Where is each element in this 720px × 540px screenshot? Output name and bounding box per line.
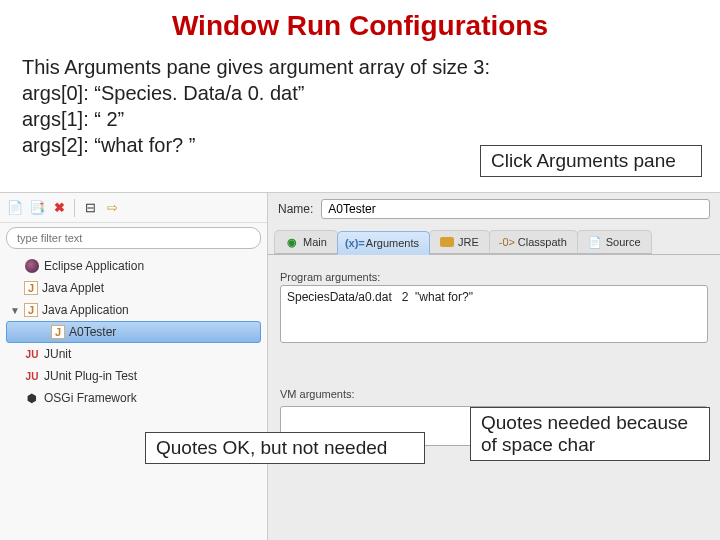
tree-item-junit-plugin[interactable]: JU JUnit Plug-in Test: [4, 365, 263, 387]
new-config-icon[interactable]: 📄: [6, 199, 24, 217]
config-tree: Eclipse Application J Java Applet ▼ J Ja…: [4, 255, 263, 409]
jre-tab-icon: [440, 235, 454, 249]
collapse-all-icon[interactable]: ⊟: [81, 199, 99, 217]
junit-plugin-icon: JU: [24, 368, 40, 384]
classpath-tab-icon: -0>: [500, 235, 514, 249]
osgi-icon: ⬢: [24, 390, 40, 406]
right-pane: Name: ◉ Main (x)= Arguments JRE -0> Clas…: [268, 193, 720, 540]
java-applet-icon: J: [24, 281, 38, 295]
junit-icon: JU: [24, 346, 40, 362]
program-args-input[interactable]: [280, 285, 708, 343]
tab-classpath[interactable]: -0> Classpath: [489, 230, 578, 254]
link-icon[interactable]: ⇨: [103, 199, 121, 217]
duplicate-config-icon[interactable]: 📑: [28, 199, 46, 217]
tab-label: Main: [303, 236, 327, 248]
intro-block: This Arguments pane gives argument array…: [22, 54, 720, 158]
name-label: Name:: [278, 202, 313, 216]
callout-quotes-needed: Quotes needed because of space char: [470, 407, 710, 461]
tree-label: Java Application: [42, 303, 129, 317]
tree-item-java-application[interactable]: ▼ J Java Application: [4, 299, 263, 321]
callout-quotes-ok: Quotes OK, but not needed: [145, 432, 425, 464]
run-config-dialog: 📄 📑 ✖ ⊟ ⇨ Eclipse Application J Java App…: [0, 192, 720, 540]
tab-arguments[interactable]: (x)= Arguments: [337, 231, 430, 255]
filter-box: [6, 227, 261, 249]
tab-main[interactable]: ◉ Main: [274, 230, 338, 254]
tab-jre[interactable]: JRE: [429, 230, 490, 254]
intro-line: args[1]: “ 2”: [22, 106, 720, 132]
tree-item-java-applet[interactable]: J Java Applet: [4, 277, 263, 299]
tree-label: A0Tester: [69, 325, 116, 339]
tree-item-eclipse-app[interactable]: Eclipse Application: [4, 255, 263, 277]
tab-label: JRE: [458, 236, 479, 248]
tab-strip: ◉ Main (x)= Arguments JRE -0> Classpath …: [268, 225, 720, 255]
tree-label: JUnit Plug-in Test: [44, 369, 137, 383]
eclipse-icon: [24, 258, 40, 274]
tree-item-osgi[interactable]: ⬢ OSGi Framework: [4, 387, 263, 409]
delete-config-icon[interactable]: ✖: [50, 199, 68, 217]
tree-item-junit[interactable]: JU JUnit: [4, 343, 263, 365]
tree-label: JUnit: [44, 347, 71, 361]
intro-line: This Arguments pane gives argument array…: [22, 54, 720, 80]
main-tab-icon: ◉: [285, 235, 299, 249]
source-tab-icon: 📄: [588, 235, 602, 249]
program-args-label: Program arguments:: [280, 271, 708, 283]
tree-label: Java Applet: [42, 281, 104, 295]
filter-input[interactable]: [6, 227, 261, 249]
toolbar-separator: [74, 199, 75, 217]
disclosure-down-icon: ▼: [10, 305, 20, 316]
left-pane: 📄 📑 ✖ ⊟ ⇨ Eclipse Application J Java App…: [0, 193, 268, 540]
tab-source[interactable]: 📄 Source: [577, 230, 652, 254]
name-input[interactable]: [321, 199, 710, 219]
tree-label: Eclipse Application: [44, 259, 144, 273]
java-app-icon: J: [24, 303, 38, 317]
java-app-icon: J: [51, 325, 65, 339]
callout-click-arguments: Click Arguments pane: [480, 145, 702, 177]
tree-label: OSGi Framework: [44, 391, 137, 405]
tree-item-a0tester[interactable]: J A0Tester: [6, 321, 261, 343]
arguments-tab-icon: (x)=: [348, 236, 362, 250]
slide-title: Window Run Configurations: [0, 10, 720, 42]
left-toolbar: 📄 📑 ✖ ⊟ ⇨: [0, 193, 267, 223]
vm-args-label: VM arguments:: [280, 388, 708, 400]
tab-label: Arguments: [366, 237, 419, 249]
name-row: Name:: [268, 193, 720, 225]
tab-label: Classpath: [518, 236, 567, 248]
tab-label: Source: [606, 236, 641, 248]
intro-line: args[0]: “Species. Data/a 0. dat”: [22, 80, 720, 106]
